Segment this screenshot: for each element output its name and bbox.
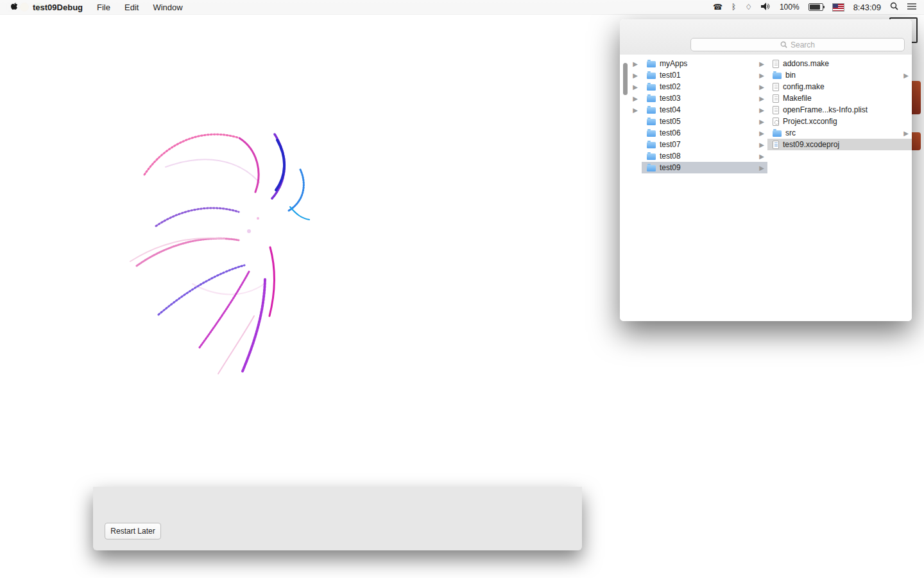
- chevron-right-icon: ▶: [759, 153, 764, 160]
- finder-row[interactable]: test02▶: [642, 81, 767, 92]
- finder-search-field[interactable]: Search: [690, 38, 905, 51]
- finder-item-label: Makefile: [783, 94, 812, 103]
- menu-edit[interactable]: Edit: [124, 3, 139, 12]
- chevron-right-icon: ▶: [633, 60, 638, 67]
- bluetooth-icon[interactable]: ᛒ: [732, 3, 736, 12]
- chevron-right-icon: ▶: [759, 72, 764, 79]
- finder-row[interactable]: test07▶: [642, 139, 767, 150]
- finder-row[interactable]: test09▶: [642, 162, 767, 173]
- finder-row[interactable]: Project.xcconfig: [767, 116, 912, 127]
- finder-folder-icon: [647, 142, 656, 148]
- finder-column-strip: ▶▶▶▶▶: [620, 55, 642, 321]
- finder-row[interactable]: config.make: [767, 81, 912, 92]
- finder-folder-icon: [773, 130, 782, 137]
- airplay-icon[interactable]: ♢: [745, 3, 752, 12]
- scrollbar-thumb[interactable]: [623, 63, 628, 95]
- finder-row[interactable]: test08▶: [642, 150, 767, 162]
- chevron-right-icon: ▶: [633, 83, 638, 91]
- apple-menu-icon[interactable]: [10, 1, 19, 13]
- finder-folder-icon: [647, 73, 656, 79]
- finder-row[interactable]: addons.make: [767, 58, 912, 69]
- finder-folder-icon: [647, 107, 656, 114]
- menu-clock[interactable]: 8:43:09: [853, 3, 881, 12]
- chevron-right-icon: ▶: [903, 130, 909, 137]
- chevron-right-icon: ▶: [759, 95, 764, 102]
- finder-folder-icon: [647, 153, 656, 160]
- finder-window: Search ▶▶▶▶▶ myApps▶test01▶test02▶test03…: [620, 19, 912, 321]
- finder-item-label: test06: [660, 128, 681, 137]
- chevron-right-icon: ▶: [759, 164, 764, 171]
- finder-item-label: test08: [660, 152, 681, 161]
- finder-folder-icon: [647, 130, 656, 137]
- menu-app-name[interactable]: test09Debug: [33, 3, 83, 12]
- finder-folder-icon: [647, 96, 656, 102]
- finder-item-label: Project.xcconfig: [783, 117, 837, 126]
- finder-row[interactable]: myApps▶: [642, 58, 767, 69]
- finder-folder-icon: [647, 61, 656, 67]
- finder-item-label: test03: [660, 94, 681, 103]
- finder-folder-icon: [647, 119, 656, 125]
- doc-icon: [773, 83, 779, 91]
- chevron-right-icon: ▶: [903, 72, 909, 79]
- doc-icon: [773, 60, 779, 68]
- finder-item-label: test04: [660, 105, 681, 114]
- finder-folder-icon: [647, 165, 656, 171]
- menu-file[interactable]: File: [97, 3, 110, 12]
- finder-item-label: bin: [785, 71, 796, 80]
- finder-item-label: test09.xcodeproj: [783, 140, 839, 149]
- finder-item-label: addons.make: [783, 59, 829, 68]
- finder-column-2: addons.makebin▶config.makeMakefileopenFr…: [767, 55, 912, 321]
- battery-icon: [809, 3, 823, 11]
- chevron-right-icon: ▶: [759, 130, 764, 137]
- finder-row[interactable]: test04▶: [642, 104, 767, 116]
- finder-item-label: src: [785, 128, 796, 137]
- finder-item-label: openFrame...ks-Info.plist: [783, 105, 868, 114]
- handoff-icon[interactable]: ☎: [713, 3, 723, 12]
- chevron-right-icon: ▶: [759, 141, 764, 148]
- chevron-right-icon: ▶: [633, 95, 638, 102]
- finder-row[interactable]: Makefile: [767, 92, 912, 104]
- finder-row[interactable]: test01▶: [642, 69, 767, 81]
- notification-center-icon[interactable]: [907, 3, 916, 12]
- xcodeproj-icon: [773, 141, 779, 149]
- finder-item-label: test01: [660, 71, 681, 80]
- restart-dialog: Restart Later: [93, 487, 582, 550]
- chevron-right-icon: ▶: [759, 83, 764, 91]
- finder-item-label: test09: [660, 163, 681, 172]
- chevron-right-icon: ▶: [759, 60, 764, 67]
- finder-row[interactable]: src▶: [767, 127, 912, 139]
- finder-row[interactable]: test06▶: [642, 127, 767, 139]
- finder-item-label: test02: [660, 82, 681, 91]
- doc-icon: [773, 94, 779, 103]
- input-source-flag-icon[interactable]: [832, 3, 844, 12]
- finder-item-label: myApps: [660, 59, 687, 68]
- restart-later-button[interactable]: Restart Later: [105, 523, 161, 539]
- menu-bar: test09Debug File Edit Window ☎ ᛒ ♢ 100% …: [0, 0, 924, 14]
- spotlight-icon[interactable]: [890, 2, 898, 12]
- finder-folder-icon: [773, 73, 782, 79]
- menu-window[interactable]: Window: [153, 3, 182, 12]
- finder-toolbar: Search: [620, 19, 912, 55]
- finder-row[interactable]: test05▶: [642, 116, 767, 127]
- finder-item-label: config.make: [783, 82, 825, 91]
- finder-row[interactable]: test09.xcodeproj: [767, 139, 912, 150]
- finder-folder-icon: [647, 84, 656, 91]
- finder-row-partial[interactable]: ▶: [620, 104, 642, 116]
- finder-row[interactable]: openFrame...ks-Info.plist: [767, 104, 912, 116]
- battery-percent: 100%: [780, 3, 800, 12]
- volume-icon[interactable]: [761, 3, 771, 12]
- chevron-right-icon: ▶: [633, 72, 638, 79]
- desktop: test09Debug File Edit Window ☎ ᛒ ♢ 100% …: [0, 0, 924, 578]
- chevron-right-icon: ▶: [759, 118, 764, 125]
- finder-row[interactable]: bin▶: [767, 69, 912, 81]
- finder-item-label: test05: [660, 117, 681, 126]
- search-placeholder: Search: [791, 40, 815, 49]
- finder-item-label: test07: [660, 140, 681, 149]
- search-icon: [780, 41, 787, 48]
- chevron-right-icon: ▶: [633, 107, 638, 114]
- gear-icon: [773, 118, 779, 126]
- chevron-right-icon: ▶: [759, 107, 764, 114]
- finder-column-1: myApps▶test01▶test02▶test03▶test04▶test0…: [642, 55, 768, 321]
- finder-row[interactable]: test03▶: [642, 92, 767, 104]
- doc-icon: [773, 106, 779, 114]
